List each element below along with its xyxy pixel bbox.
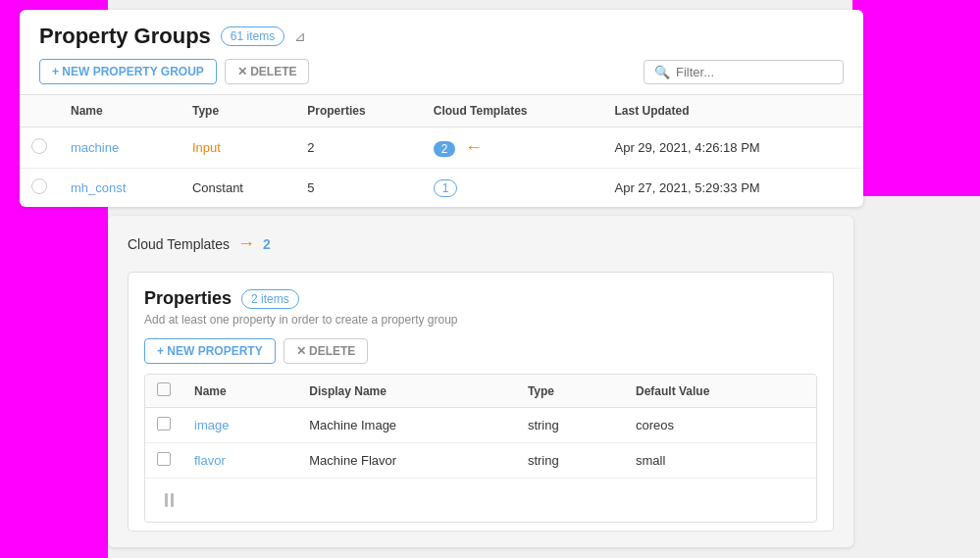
cloud-badge-solid: 2 (434, 141, 456, 157)
property-groups-table-container: Name Type Properties Cloud Templates Las… (20, 94, 863, 207)
filter-input[interactable] (676, 65, 833, 79)
row-checkbox[interactable] (157, 417, 171, 431)
select-all-checkbox[interactable] (157, 382, 171, 396)
col-cloud-templates: Cloud Templates (422, 95, 603, 127)
magenta-right-bg (852, 0, 980, 196)
row-properties-cell: 5 (295, 169, 422, 208)
row-select-cell[interactable] (20, 169, 59, 208)
prop-row-select-cell[interactable] (145, 408, 182, 443)
cloud-templates-label: Cloud Templates (128, 236, 230, 252)
prop-table-footer-cell (145, 479, 816, 523)
table-header-row: Name Type Properties Cloud Templates Las… (20, 95, 863, 127)
new-property-button[interactable]: + NEW PROPERTY (144, 338, 276, 364)
col-name: Name (59, 95, 181, 127)
prop-name-link[interactable]: image (194, 418, 229, 432)
row-select-cell[interactable] (20, 127, 59, 169)
prop-table-row: flavor Machine Flavor string small (145, 443, 816, 479)
properties-header: Properties 2 items (144, 288, 817, 309)
prop-row-display-name-cell: Machine Flavor (297, 443, 516, 479)
radio-button[interactable] (31, 138, 47, 154)
properties-table-container: Name Display Name Type Default Value ima… (144, 374, 817, 523)
prop-row-default-cell: small (624, 443, 816, 479)
arrow-left-icon: ← (465, 137, 483, 157)
col-properties: Properties (295, 95, 422, 127)
column-resize-icon[interactable] (157, 487, 804, 513)
table-row: mh_const Constant 5 1 Apr 27, 2021, 5:29… (20, 169, 863, 208)
prop-table-footer-row (145, 479, 816, 523)
row-type-cell: Input (181, 127, 295, 169)
resize-bar (165, 493, 168, 507)
row-name-cell: mh_const (59, 169, 181, 208)
cloud-templates-count: 2 (263, 236, 271, 252)
properties-toolbar: + NEW PROPERTY ✕ DELETE (144, 338, 817, 364)
filter-icon[interactable]: ⊿ (294, 28, 306, 44)
prop-row-name-cell: flavor (182, 443, 297, 479)
properties-subtitle: Add at least one property in order to cr… (144, 313, 817, 327)
prop-delete-button[interactable]: ✕ DELETE (284, 338, 369, 364)
prop-col-default-value: Default Value (624, 375, 816, 408)
items-badge: 61 items (221, 26, 284, 46)
arrow-right-icon: → (237, 233, 255, 254)
radio-button[interactable] (31, 178, 47, 194)
row-last-updated-cell: Apr 29, 2021, 4:26:18 PM (602, 127, 863, 169)
prop-row-type-cell: string (516, 408, 624, 443)
panel-header: Property Groups 61 items ⊿ (20, 10, 863, 59)
search-icon: 🔍 (654, 65, 670, 79)
page-title: Property Groups (39, 24, 211, 49)
properties-section: Properties 2 items Add at least one prop… (128, 272, 834, 532)
row-type-value: Input (192, 140, 221, 155)
prop-row-type-cell: string (516, 443, 624, 479)
row-type-cell: Constant (181, 169, 295, 208)
prop-col-display-name: Display Name (297, 375, 516, 408)
prop-col-select (145, 375, 182, 408)
cloud-badge-outline: 1 (434, 179, 458, 197)
prop-table-header-row: Name Display Name Type Default Value (145, 375, 816, 408)
row-checkbox[interactable] (157, 452, 171, 466)
cloud-templates-row: Cloud Templates → 2 (128, 233, 834, 254)
property-groups-table: Name Type Properties Cloud Templates Las… (20, 95, 863, 207)
properties-title: Properties (144, 288, 232, 309)
col-type: Type (181, 95, 295, 127)
row-name-cell: machine (59, 127, 181, 169)
property-groups-panel: Property Groups 61 items ⊿ + NEW PROPERT… (20, 10, 863, 207)
row-properties-cell: 2 (295, 127, 422, 169)
properties-table: Name Display Name Type Default Value ima… (145, 375, 816, 522)
top-toolbar: + NEW PROPERTY GROUP ✕ DELETE 🔍 (20, 59, 863, 94)
delete-button[interactable]: ✕ DELETE (225, 59, 310, 84)
prop-row-name-cell: image (182, 408, 297, 443)
row-last-updated-cell: Apr 27, 2021, 5:29:33 PM (602, 169, 863, 208)
new-property-group-button[interactable]: + NEW PROPERTY GROUP (39, 59, 217, 84)
row-type-value: Constant (192, 180, 243, 195)
prop-table-row: image Machine Image string coreos (145, 408, 816, 443)
row-cloud-templates-cell: 1 (422, 169, 603, 208)
bottom-panel: Cloud Templates → 2 Properties 2 items A… (108, 216, 853, 547)
properties-badge: 2 items (241, 289, 299, 309)
prop-col-type: Type (516, 375, 624, 408)
prop-row-select-cell[interactable] (145, 443, 182, 479)
row-name-link[interactable]: mh_const (71, 180, 126, 195)
prop-name-link[interactable]: flavor (194, 453, 226, 468)
prop-row-display-name-cell: Machine Image (297, 408, 516, 443)
prop-row-default-cell: coreos (624, 408, 816, 443)
filter-input-wrapper: 🔍 (644, 60, 844, 84)
col-select (20, 95, 59, 127)
row-cloud-templates-cell: 2 ← (422, 127, 603, 169)
col-last-updated: Last Updated (602, 95, 863, 127)
resize-bar (171, 493, 174, 507)
row-name-link[interactable]: machine (71, 140, 119, 155)
table-row: machine Input 2 2 ← Apr 29, 2021, 4:26:1… (20, 127, 863, 169)
prop-col-name: Name (182, 375, 297, 408)
